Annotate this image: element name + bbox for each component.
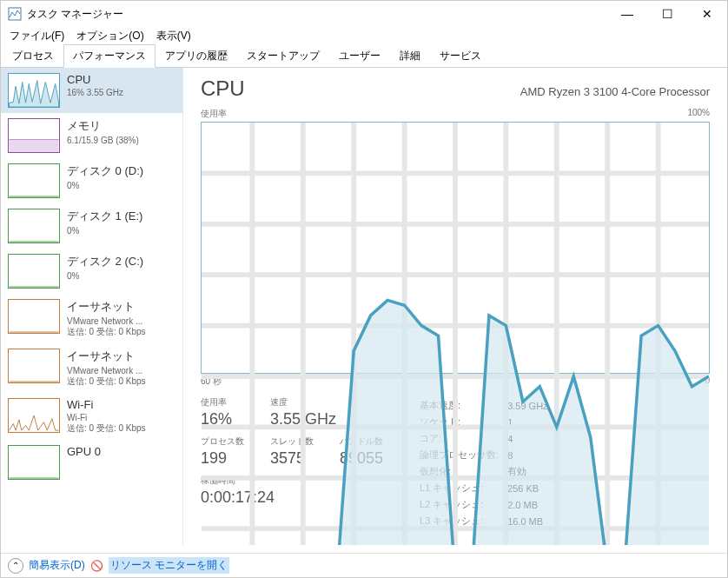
sidebar-item-title: ディスク 2 (C:): [67, 254, 175, 269]
collapse-button[interactable]: ⌃: [8, 558, 23, 574]
tabs: プロセス パフォーマンス アプリの履歴 スタートアップ ユーザー 詳細 サービス: [1, 44, 727, 68]
sidebar-item-sub: Wi-Fi: [67, 413, 175, 422]
thumb-icon: [8, 349, 60, 383]
sidebar-item-sub: 0%: [67, 226, 175, 236]
minimize-button[interactable]: —: [607, 1, 647, 27]
graph-label-top-left: 使用率: [201, 108, 227, 120]
sidebar-item-title: Wi-Fi: [67, 398, 175, 411]
tab-processes[interactable]: プロセス: [3, 44, 63, 68]
sidebar: CPU16% 3.55 GHzメモリ6.1/15.9 GB (38%)ディスク …: [1, 68, 183, 545]
main-panel: CPU AMD Ryzen 3 3100 4-Core Processor 使用…: [183, 68, 727, 545]
statusbar: ⌃ 簡易表示(D) 🚫 リソース モニターを開く: [1, 553, 727, 577]
sidebar-item-sub: 0%: [67, 181, 175, 190]
thumb-icon: [8, 254, 60, 289]
sidebar-item-イーサネット[interactable]: イーサネットVMware Network ...送信: 0 受信: 0 Kbps: [1, 343, 182, 393]
sidebar-item-ディスク 0 (D:)[interactable]: ディスク 0 (D:)0%: [1, 158, 182, 203]
close-button[interactable]: ✕: [687, 1, 727, 27]
menu-options[interactable]: オプション(O): [71, 27, 149, 45]
sidebar-item-イーサネット[interactable]: イーサネットVMware Network ...送信: 0 受信: 0 Kbps: [1, 294, 182, 343]
tab-app-history[interactable]: アプリの履歴: [156, 44, 237, 68]
thumb-icon: [8, 163, 60, 198]
sidebar-item-title: メモリ: [67, 118, 175, 134]
sidebar-item-Wi-Fi[interactable]: Wi-FiWi-Fi送信: 0 受信: 0 Kbps: [1, 393, 182, 440]
sidebar-item-sub: VMware Network ...: [67, 316, 175, 326]
sidebar-item-sub: 6.1/15.9 GB (38%): [67, 136, 175, 145]
sidebar-item-ディスク 1 (E:)[interactable]: ディスク 1 (E:)0%: [1, 203, 182, 249]
fewer-details-link[interactable]: 簡易表示(D): [29, 558, 85, 573]
thumb-icon: [8, 445, 60, 480]
sidebar-item-メモリ[interactable]: メモリ6.1/15.9 GB (38%): [1, 113, 182, 158]
sidebar-item-title: イーサネット: [67, 299, 175, 315]
app-icon: [8, 7, 22, 21]
graph-label-top-right: 100%: [687, 108, 710, 120]
menubar: ファイル(F) オプション(O) 表示(V): [1, 27, 727, 44]
sidebar-item-title: GPU 0: [67, 445, 175, 458]
sidebar-item-sub: VMware Network ...: [67, 366, 175, 375]
resource-monitor-link[interactable]: リソース モニターを開く: [109, 557, 229, 574]
svg-rect-0: [9, 8, 21, 20]
thumb-icon: [8, 398, 60, 433]
sidebar-item-CPU[interactable]: CPU16% 3.55 GHz: [1, 68, 182, 113]
sidebar-item-GPU 0[interactable]: GPU 0: [1, 440, 182, 485]
sidebar-item-title: ディスク 1 (E:): [67, 209, 175, 224]
tab-services[interactable]: サービス: [430, 44, 491, 68]
sidebar-item-sub: 16% 3.55 GHz: [67, 88, 175, 97]
sidebar-item-title: CPU: [67, 73, 175, 86]
thumb-icon: [8, 209, 60, 243]
thumb-icon: [8, 73, 60, 108]
sidebar-item-title: ディスク 0 (D:): [67, 163, 175, 179]
tab-startup[interactable]: スタートアップ: [237, 44, 329, 68]
sidebar-item-sub: 0%: [67, 271, 175, 281]
sidebar-item-sub2: 送信: 0 受信: 0 Kbps: [67, 422, 175, 435]
titlebar: タスク マネージャー — ☐ ✕: [1, 1, 727, 27]
thumb-icon: [8, 299, 60, 334]
menu-view[interactable]: 表示(V): [151, 27, 196, 45]
no-icon: 🚫: [90, 560, 103, 572]
cpu-graph: [201, 122, 710, 374]
sidebar-item-sub2: 送信: 0 受信: 0 Kbps: [67, 375, 175, 388]
sidebar-item-title: イーサネット: [67, 349, 175, 364]
maximize-button[interactable]: ☐: [647, 1, 687, 27]
window-title: タスク マネージャー: [27, 7, 607, 22]
sidebar-item-sub2: 送信: 0 受信: 0 Kbps: [67, 326, 175, 338]
tab-users[interactable]: ユーザー: [329, 44, 390, 68]
thumb-icon: [8, 118, 60, 153]
page-title: CPU: [201, 76, 245, 101]
svg-rect-1: [10, 140, 59, 152]
cpu-model: AMD Ryzen 3 3100 4-Core Processor: [520, 85, 710, 98]
tab-performance[interactable]: パフォーマンス: [63, 44, 156, 68]
sidebar-item-ディスク 2 (C:)[interactable]: ディスク 2 (C:)0%: [1, 249, 182, 294]
tab-details[interactable]: 詳細: [390, 44, 430, 68]
menu-file[interactable]: ファイル(F): [4, 27, 69, 45]
